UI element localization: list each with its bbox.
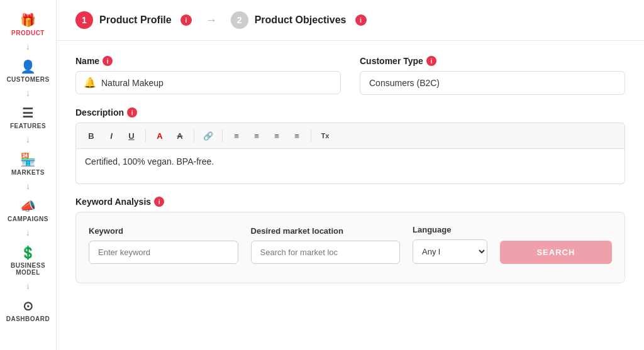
markets-icon: 🏪 (20, 152, 36, 167)
stepper-arrow: → (206, 14, 217, 27)
sidebar-item-dashboard[interactable]: ⊙ DASHBOARD (0, 292, 56, 326)
sidebar-item-label: CUSTOMERS (6, 76, 49, 83)
arrow-6: ↓ (0, 280, 56, 292)
step-1: 1 Product Profile i (75, 11, 192, 29)
sidebar-item-label: BUSINESS MODEL (3, 262, 53, 276)
step-2-circle: 2 (231, 11, 248, 29)
sidebar-item-label: FEATURES (10, 123, 46, 129)
language-col: Language Any l English Spanish French (413, 225, 487, 264)
sep-2 (194, 129, 194, 142)
description-section: Description i B I U A A 🔗 ≡ ≡ ≡ ≡ Tx (75, 107, 625, 184)
arrow-1: ↓ (0, 40, 56, 53)
dashboard-icon: ⊙ (23, 298, 34, 314)
name-group: Name i 🔔 (75, 56, 341, 95)
customer-type-input[interactable] (360, 71, 625, 95)
highlight-button[interactable]: A (171, 127, 189, 145)
description-info-badge: i (127, 107, 137, 118)
customer-type-label: Customer Type i (360, 56, 625, 66)
keyword-section: Keyword Analysis i Keyword Desired marke… (75, 197, 625, 283)
name-icon: 🔔 (84, 77, 96, 89)
arrow-4: ↓ (0, 180, 56, 192)
stepper: 1 Product Profile i → 2 Product Objectiv… (57, 0, 644, 41)
customers-icon: 👤 (20, 59, 36, 74)
arrow-3: ↓ (0, 133, 56, 146)
language-select[interactable]: Any l English Spanish French (413, 239, 487, 264)
keyword-box: Keyword Desired market location Language… (75, 212, 625, 283)
sidebar-item-features[interactable]: ☰ FEATURES (0, 99, 56, 133)
unordered-list-button[interactable]: ≡ (248, 127, 265, 145)
indent-right-button[interactable]: ≡ (288, 127, 306, 145)
features-icon: ☰ (22, 106, 34, 121)
clear-format-button[interactable]: Tx (316, 127, 334, 145)
sep-3 (222, 129, 223, 142)
sidebar-item-markets[interactable]: 🏪 MARKETS (0, 146, 56, 180)
link-button[interactable]: 🔗 (199, 127, 217, 145)
indent-left-button[interactable]: ≡ (268, 127, 286, 145)
product-icon: 🎁 (20, 13, 36, 28)
sidebar-item-label: PRODUCT (11, 30, 45, 36)
main-content: 1 Product Profile i → 2 Product Objectiv… (57, 0, 644, 350)
arrow-2: ↓ (0, 87, 56, 99)
step-2-info: i (355, 14, 367, 26)
campaigns-icon: 📣 (20, 199, 36, 214)
sidebar-item-product[interactable]: 🎁 PRODUCT (0, 6, 56, 40)
underline-button[interactable]: U (123, 127, 140, 145)
description-label: Description i (75, 107, 625, 118)
sidebar-item-business-model[interactable]: 💲 BUSINESS MODEL (0, 239, 56, 280)
sidebar-item-customers[interactable]: 👤 CUSTOMERS (0, 53, 56, 87)
editor-toolbar: B I U A A 🔗 ≡ ≡ ≡ ≡ Tx (75, 123, 625, 149)
form-content: Name i 🔔 Customer Type i Description (57, 41, 644, 350)
name-customertype-row: Name i 🔔 Customer Type i (75, 56, 625, 95)
language-col-label: Language (413, 225, 487, 234)
name-label: Name i (75, 56, 341, 66)
sidebar-item-label: MARKETS (11, 169, 45, 176)
sidebar-item-label: CAMPAIGNS (8, 216, 48, 222)
market-col: Desired market location (251, 226, 401, 264)
italic-button[interactable]: I (103, 127, 120, 145)
market-col-label: Desired market location (251, 226, 401, 236)
step-2-label: Product Objectives (255, 14, 347, 26)
font-color-button[interactable]: A (151, 127, 169, 145)
name-input[interactable] (101, 78, 333, 88)
sep-4 (311, 129, 311, 142)
description-content[interactable]: Certified, 100% vegan. BPA-free. (75, 149, 625, 184)
sidebar-item-campaigns[interactable]: 📣 CAMPAIGNS (0, 192, 56, 226)
business-model-icon: 💲 (20, 245, 36, 260)
search-button[interactable]: SEARCH (500, 241, 612, 264)
name-input-wrapper[interactable]: 🔔 (75, 71, 341, 94)
sep-1 (145, 129, 146, 142)
market-input[interactable] (251, 241, 401, 264)
action-col: SEARCH (500, 241, 612, 264)
step-1-info: i (180, 14, 192, 26)
keyword-col-label: Keyword (89, 226, 238, 236)
ordered-list-button[interactable]: ≡ (228, 127, 245, 145)
customer-type-info-badge: i (426, 56, 436, 66)
step-2: 2 Product Objectives i (231, 11, 367, 29)
customer-type-group: Customer Type i (360, 56, 625, 95)
sidebar: 🎁 PRODUCT ↓ 👤 CUSTOMERS ↓ ☰ FEATURES ↓ 🏪… (0, 0, 57, 350)
keyword-col: Keyword (89, 226, 238, 264)
keyword-info-badge: i (154, 197, 164, 207)
step-1-label: Product Profile (99, 14, 172, 26)
step-1-circle: 1 (75, 11, 93, 29)
name-info-badge: i (103, 56, 113, 66)
keyword-header-row: Keyword Desired market location Language… (89, 225, 612, 264)
bold-button[interactable]: B (82, 127, 100, 145)
sidebar-item-label: DASHBOARD (6, 315, 50, 322)
keyword-analysis-label: Keyword Analysis i (75, 197, 625, 207)
keyword-input[interactable] (89, 241, 238, 264)
arrow-5: ↓ (0, 226, 56, 239)
